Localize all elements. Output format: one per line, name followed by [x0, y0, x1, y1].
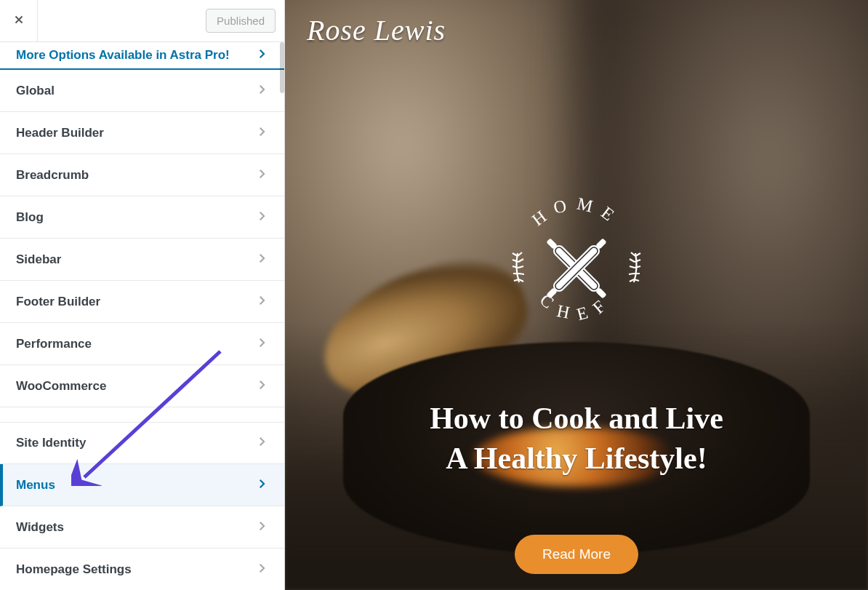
site-preview: Rose Lewis HOME CHEF	[285, 0, 868, 590]
site-brand: Rose Lewis	[307, 13, 446, 47]
sidebar-item-label: WooCommerce	[16, 379, 106, 394]
promo-label: More Options Available in Astra Pro!	[16, 48, 230, 63]
hero-line-1: How to Cook and Live	[285, 399, 868, 439]
customizer-sidebar: Published More Options Available in Astr…	[0, 0, 285, 590]
badge-top-word: HOME	[529, 194, 624, 230]
close-button[interactable]	[0, 0, 38, 42]
chevron-right-icon	[255, 519, 268, 535]
sidebar-item-global[interactable]: Global	[0, 70, 284, 112]
chevron-right-icon	[255, 435, 268, 451]
sidebar-topbar: Published	[0, 0, 284, 42]
chevron-right-icon	[255, 167, 268, 183]
chevron-right-icon	[255, 336, 268, 352]
svg-text:HOME: HOME	[529, 194, 624, 230]
sidebar-item-blog[interactable]: Blog	[0, 196, 284, 239]
sidebar-item-performance[interactable]: Performance	[0, 323, 284, 365]
published-button[interactable]: Published	[206, 9, 276, 33]
chevron-right-icon	[255, 252, 268, 268]
chevron-right-icon	[255, 477, 268, 493]
sidebar-item-label: Menus	[16, 478, 55, 493]
sidebar-item-breadcrumb[interactable]: Breadcrumb	[0, 154, 284, 196]
chevron-right-icon	[255, 378, 268, 394]
chevron-right-icon	[255, 83, 268, 99]
sidebar-item-footer-builder[interactable]: Footer Builder	[0, 281, 284, 323]
chevron-right-icon	[255, 210, 268, 226]
wheat-right-icon	[629, 252, 640, 282]
sidebar-item-sidebar[interactable]: Sidebar	[0, 239, 284, 281]
hero-heading: How to Cook and Live A Healthy Lifestyle…	[285, 399, 868, 478]
sidebar-item-label: Breadcrumb	[16, 168, 89, 183]
close-icon	[12, 13, 25, 29]
sidebar-item-site-identity[interactable]: Site Identity	[0, 422, 284, 464]
sidebar-item-header-builder[interactable]: Header Builder	[0, 112, 284, 154]
sidebar-item-label: Sidebar	[16, 252, 61, 267]
sidebar-item-widgets[interactable]: Widgets	[0, 506, 284, 549]
customizer-sections: GlobalHeader BuilderBreadcrumbBlogSideba…	[0, 70, 284, 590]
chevron-right-icon	[255, 562, 268, 578]
sidebar-item-label: Site Identity	[16, 436, 86, 450]
sidebar-item-menus[interactable]: Menus	[0, 464, 284, 506]
sidebar-item-label: Blog	[16, 210, 44, 225]
home-chef-badge: HOME CHEF	[500, 192, 653, 345]
sidebar-item-woocommerce[interactable]: WooCommerce	[0, 365, 284, 407]
sidebar-item-label: Global	[16, 84, 55, 98]
sidebar-item-label: Performance	[16, 337, 92, 351]
chevron-right-icon	[255, 125, 268, 141]
sidebar-item-label: Widgets	[16, 520, 64, 535]
astra-pro-promo[interactable]: More Options Available in Astra Pro!	[0, 42, 284, 70]
sidebar-item-label: Homepage Settings	[16, 562, 132, 577]
wheat-left-icon	[513, 252, 524, 282]
chevron-right-icon	[255, 47, 268, 63]
chevron-right-icon	[255, 294, 268, 310]
scrollbar-thumb[interactable]	[280, 42, 284, 93]
read-more-button[interactable]: Read More	[515, 535, 638, 574]
sidebar-item-label: Footer Builder	[16, 295, 100, 309]
hero-line-2: A Healthy Lifestyle!	[285, 439, 868, 479]
sidebar-item-homepage-settings[interactable]: Homepage Settings	[0, 549, 284, 590]
rolling-pins-icon	[544, 236, 608, 300]
sidebar-item-label: Header Builder	[16, 126, 104, 140]
